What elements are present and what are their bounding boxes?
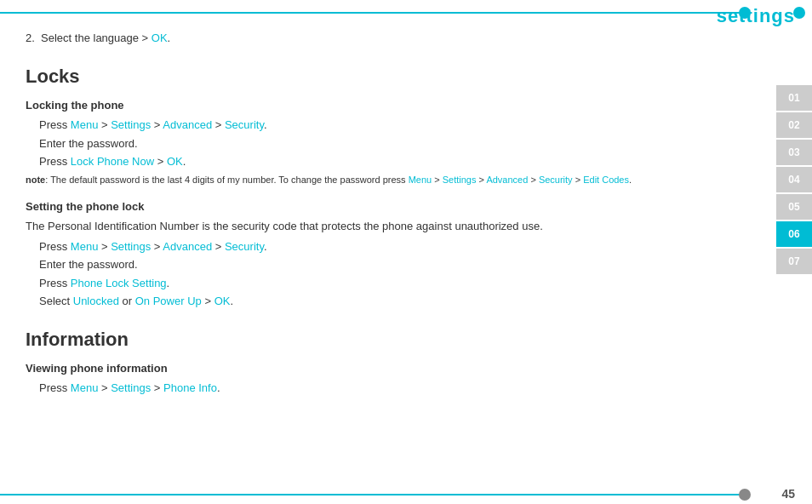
nav-item-03[interactable]: 03 (776, 140, 812, 165)
nav-item-07[interactable]: 07 (776, 249, 812, 274)
locking-step-2: Enter the password. (39, 135, 761, 152)
top-bar: settings (0, 0, 812, 27)
nav-item-04[interactable]: 04 (776, 167, 812, 192)
phone-lock-step-2: Enter the password. (39, 256, 761, 273)
viewing-step-1: Press Menu > Settings > Phone Info. (39, 380, 761, 397)
bottom-bar: 45 (0, 480, 812, 504)
ok-link-intro: OK (152, 32, 168, 44)
viewing-steps-list: Press Menu > Settings > Phone Info. (39, 380, 761, 397)
page-number: 45 (781, 487, 795, 501)
top-right-dot (793, 7, 805, 19)
page-title: settings (717, 5, 795, 27)
locking-steps-list: Press Menu > Settings > Advanced > Secur… (39, 117, 761, 170)
note-text: note: The default password is the last 4… (26, 174, 761, 186)
nav-item-06[interactable]: 06 (776, 221, 812, 247)
side-navigation: 01 02 03 04 05 06 07 (776, 85, 812, 276)
bottom-dot (739, 489, 751, 501)
nav-item-05[interactable]: 05 (776, 194, 812, 220)
locking-step-1: Press Menu > Settings > Advanced > Secur… (39, 117, 761, 134)
phone-lock-subtitle: Setting the phone lock (26, 198, 761, 215)
phone-lock-steps-list: Press Menu > Settings > Advanced > Secur… (39, 238, 761, 310)
locks-title: Locks (26, 62, 761, 90)
information-title: Information (26, 325, 761, 353)
nav-item-02[interactable]: 02 (776, 112, 812, 138)
intro-text: 2. Select the language > OK. (26, 30, 761, 47)
main-content: 2. Select the language > OK. Locks Locki… (26, 30, 761, 478)
phone-lock-step-1: Press Menu > Settings > Advanced > Secur… (39, 238, 761, 255)
phone-lock-step-3: Press Phone Lock Setting. (39, 275, 761, 292)
bottom-line (0, 494, 744, 495)
top-line (0, 12, 744, 14)
locking-subtitle: Locking the phone (26, 97, 761, 114)
phone-lock-desc: The Personal Identification Number is th… (26, 218, 761, 235)
locking-step-3: Press Lock Phone Now > OK. (39, 153, 761, 170)
nav-item-01[interactable]: 01 (776, 85, 812, 111)
viewing-subtitle: Viewing phone information (26, 360, 761, 377)
phone-lock-step-4: Select Unlocked or On Power Up > OK. (39, 293, 761, 310)
